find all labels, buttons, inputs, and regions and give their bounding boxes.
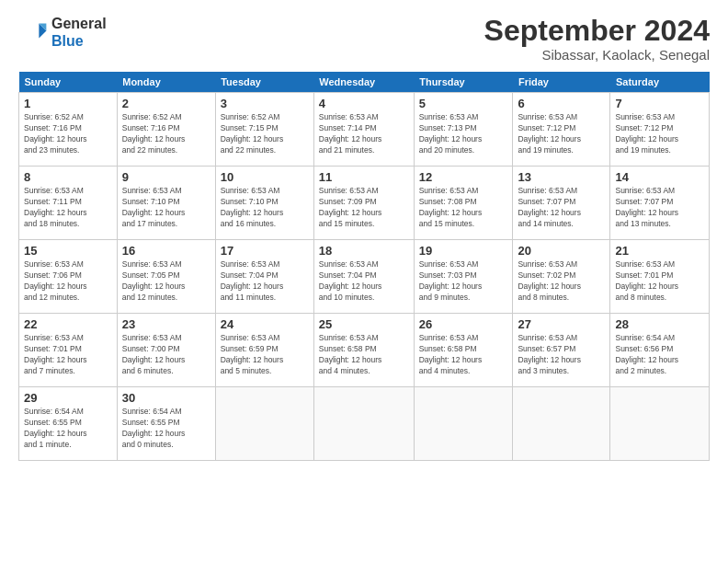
day-info: Sunrise: 6:53 AMSunset: 6:58 PMDaylight:… bbox=[319, 333, 409, 377]
table-row: 24 Sunrise: 6:53 AMSunset: 6:59 PMDaylig… bbox=[215, 314, 313, 387]
col-saturday: Saturday bbox=[610, 72, 710, 93]
table-row: 2 Sunrise: 6:52 AMSunset: 7:16 PMDayligh… bbox=[117, 93, 215, 167]
day-number: 20 bbox=[518, 244, 605, 258]
table-row: 15 Sunrise: 6:53 AMSunset: 7:06 PMDaylig… bbox=[19, 240, 118, 314]
day-number: 12 bbox=[419, 170, 508, 184]
table-row: 5 Sunrise: 6:53 AMSunset: 7:13 PMDayligh… bbox=[414, 93, 513, 167]
day-info: Sunrise: 6:53 AMSunset: 7:14 PMDaylight:… bbox=[319, 112, 409, 156]
table-row: 29 Sunrise: 6:54 AMSunset: 6:55 PMDaylig… bbox=[19, 387, 118, 461]
day-number: 13 bbox=[518, 170, 605, 184]
table-row: 21 Sunrise: 6:53 AMSunset: 7:01 PMDaylig… bbox=[610, 240, 710, 314]
day-number: 17 bbox=[221, 244, 309, 258]
table-row: 16 Sunrise: 6:53 AMSunset: 7:05 PMDaylig… bbox=[117, 240, 215, 314]
table-row: 1 Sunrise: 6:52 AMSunset: 7:16 PMDayligh… bbox=[19, 93, 118, 167]
table-row: 4 Sunrise: 6:53 AMSunset: 7:14 PMDayligh… bbox=[313, 93, 414, 167]
day-number: 29 bbox=[24, 391, 112, 405]
day-info: Sunrise: 6:54 AMSunset: 6:56 PMDaylight:… bbox=[615, 333, 704, 377]
day-info: Sunrise: 6:54 AMSunset: 6:55 PMDaylight:… bbox=[24, 407, 112, 451]
table-row: 27 Sunrise: 6:53 AMSunset: 6:57 PMDaylig… bbox=[513, 314, 610, 387]
table-row bbox=[610, 387, 710, 461]
table-row: 30 Sunrise: 6:54 AMSunset: 6:55 PMDaylig… bbox=[117, 387, 215, 461]
table-row: 7 Sunrise: 6:53 AMSunset: 7:12 PMDayligh… bbox=[610, 93, 710, 167]
month-title: September 2024 bbox=[484, 15, 710, 47]
calendar-week-1: 1 Sunrise: 6:52 AMSunset: 7:16 PMDayligh… bbox=[19, 93, 710, 167]
table-row: 10 Sunrise: 6:53 AMSunset: 7:10 PMDaylig… bbox=[215, 167, 313, 240]
day-number: 25 bbox=[319, 317, 409, 331]
day-info: Sunrise: 6:53 AMSunset: 7:10 PMDaylight:… bbox=[122, 186, 210, 230]
day-number: 1 bbox=[24, 97, 112, 110]
day-info: Sunrise: 6:53 AMSunset: 6:58 PMDaylight:… bbox=[419, 333, 508, 377]
table-row bbox=[313, 387, 414, 461]
day-info: Sunrise: 6:53 AMSunset: 7:06 PMDaylight:… bbox=[24, 259, 112, 304]
table-row bbox=[513, 387, 610, 461]
day-info: Sunrise: 6:53 AMSunset: 7:09 PMDaylight:… bbox=[319, 186, 409, 230]
calendar-week-4: 22 Sunrise: 6:53 AMSunset: 7:01 PMDaylig… bbox=[19, 314, 710, 387]
day-info: Sunrise: 6:53 AMSunset: 7:03 PMDaylight:… bbox=[419, 259, 508, 304]
day-info: Sunrise: 6:53 AMSunset: 7:00 PMDaylight:… bbox=[122, 333, 210, 377]
header-row: Sunday Monday Tuesday Wednesday Thursday… bbox=[19, 72, 710, 93]
table-row: 17 Sunrise: 6:53 AMSunset: 7:04 PMDaylig… bbox=[215, 240, 313, 314]
day-number: 27 bbox=[518, 317, 605, 331]
day-info: Sunrise: 6:53 AMSunset: 7:13 PMDaylight:… bbox=[419, 112, 508, 156]
table-row: 8 Sunrise: 6:53 AMSunset: 7:11 PMDayligh… bbox=[19, 167, 118, 240]
day-info: Sunrise: 6:53 AMSunset: 7:11 PMDaylight:… bbox=[24, 186, 112, 230]
table-row: 28 Sunrise: 6:54 AMSunset: 6:56 PMDaylig… bbox=[610, 314, 710, 387]
day-number: 2 bbox=[122, 97, 210, 110]
day-number: 19 bbox=[419, 244, 508, 258]
table-row: 26 Sunrise: 6:53 AMSunset: 6:58 PMDaylig… bbox=[414, 314, 513, 387]
day-info: Sunrise: 6:53 AMSunset: 6:57 PMDaylight:… bbox=[518, 333, 605, 377]
day-info: Sunrise: 6:53 AMSunset: 7:02 PMDaylight:… bbox=[518, 259, 605, 304]
day-info: Sunrise: 6:53 AMSunset: 6:59 PMDaylight:… bbox=[221, 333, 309, 377]
day-info: Sunrise: 6:53 AMSunset: 7:07 PMDaylight:… bbox=[518, 186, 605, 230]
day-number: 3 bbox=[221, 97, 309, 110]
day-info: Sunrise: 6:52 AMSunset: 7:15 PMDaylight:… bbox=[221, 112, 309, 156]
day-number: 11 bbox=[319, 170, 409, 184]
day-number: 23 bbox=[122, 317, 210, 331]
day-number: 10 bbox=[221, 170, 309, 184]
table-row: 19 Sunrise: 6:53 AMSunset: 7:03 PMDaylig… bbox=[414, 240, 513, 314]
table-row: 22 Sunrise: 6:53 AMSunset: 7:01 PMDaylig… bbox=[19, 314, 118, 387]
day-info: Sunrise: 6:53 AMSunset: 7:01 PMDaylight:… bbox=[24, 333, 112, 377]
table-row: 12 Sunrise: 6:53 AMSunset: 7:08 PMDaylig… bbox=[414, 167, 513, 240]
logo: General Blue bbox=[18, 15, 107, 50]
title-block: September 2024 Sibassar, Kaolack, Senega… bbox=[484, 15, 710, 63]
table-row bbox=[215, 387, 313, 461]
day-info: Sunrise: 6:53 AMSunset: 7:12 PMDaylight:… bbox=[518, 112, 605, 156]
day-info: Sunrise: 6:53 AMSunset: 7:05 PMDaylight:… bbox=[122, 259, 210, 304]
logo-general-text: General bbox=[51, 16, 107, 31]
header: General Blue September 2024 Sibassar, Ka… bbox=[18, 15, 710, 63]
table-row: 13 Sunrise: 6:53 AMSunset: 7:07 PMDaylig… bbox=[513, 167, 610, 240]
table-row: 3 Sunrise: 6:52 AMSunset: 7:15 PMDayligh… bbox=[215, 93, 313, 167]
day-number: 26 bbox=[419, 317, 508, 331]
day-number: 5 bbox=[419, 97, 508, 110]
day-info: Sunrise: 6:53 AMSunset: 7:04 PMDaylight:… bbox=[319, 259, 409, 304]
day-info: Sunrise: 6:52 AMSunset: 7:16 PMDaylight:… bbox=[24, 112, 112, 156]
table-row: 18 Sunrise: 6:53 AMSunset: 7:04 PMDaylig… bbox=[313, 240, 414, 314]
day-info: Sunrise: 6:53 AMSunset: 7:01 PMDaylight:… bbox=[615, 259, 704, 304]
day-number: 22 bbox=[24, 317, 112, 331]
day-info: Sunrise: 6:54 AMSunset: 6:55 PMDaylight:… bbox=[122, 407, 210, 451]
day-number: 21 bbox=[615, 244, 704, 258]
table-row bbox=[414, 387, 513, 461]
calendar-table: Sunday Monday Tuesday Wednesday Thursday… bbox=[18, 72, 710, 461]
logo-blue-text: Blue bbox=[51, 33, 84, 49]
table-row: 23 Sunrise: 6:53 AMSunset: 7:00 PMDaylig… bbox=[117, 314, 215, 387]
table-row: 25 Sunrise: 6:53 AMSunset: 6:58 PMDaylig… bbox=[313, 314, 414, 387]
calendar-week-5: 29 Sunrise: 6:54 AMSunset: 6:55 PMDaylig… bbox=[19, 387, 710, 461]
day-info: Sunrise: 6:53 AMSunset: 7:10 PMDaylight:… bbox=[221, 186, 309, 230]
day-number: 28 bbox=[615, 317, 704, 331]
day-number: 4 bbox=[319, 97, 409, 110]
col-monday: Monday bbox=[117, 72, 215, 93]
day-number: 16 bbox=[122, 244, 210, 258]
day-info: Sunrise: 6:52 AMSunset: 7:16 PMDaylight:… bbox=[122, 112, 210, 156]
calendar-week-3: 15 Sunrise: 6:53 AMSunset: 7:06 PMDaylig… bbox=[19, 240, 710, 314]
day-number: 24 bbox=[221, 317, 309, 331]
col-sunday: Sunday bbox=[19, 72, 118, 93]
day-number: 8 bbox=[24, 170, 112, 184]
table-row: 11 Sunrise: 6:53 AMSunset: 7:09 PMDaylig… bbox=[313, 167, 414, 240]
col-thursday: Thursday bbox=[414, 72, 513, 93]
col-wednesday: Wednesday bbox=[313, 72, 414, 93]
day-info: Sunrise: 6:53 AMSunset: 7:08 PMDaylight:… bbox=[419, 186, 508, 230]
day-number: 30 bbox=[122, 391, 210, 405]
calendar-week-2: 8 Sunrise: 6:53 AMSunset: 7:11 PMDayligh… bbox=[19, 167, 710, 240]
